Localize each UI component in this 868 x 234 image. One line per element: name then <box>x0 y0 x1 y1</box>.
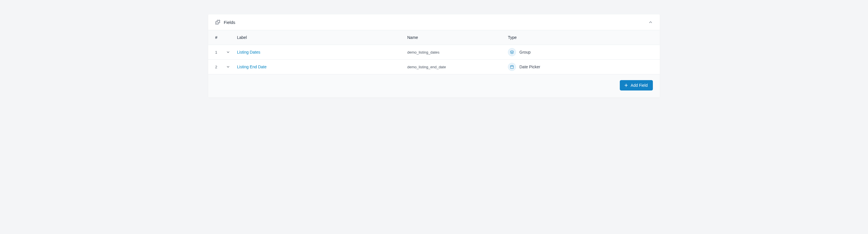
panel-header[interactable]: Fields <box>208 15 660 30</box>
chevron-down-icon[interactable] <box>226 65 237 69</box>
field-name: demo_listing_dates <box>407 50 439 54</box>
field-name: demo_listing_end_date <box>407 65 446 69</box>
table-row[interactable]: 1 Listing Dates demo_listing_dates Group <box>208 45 660 60</box>
field-label-link[interactable]: Listing Dates <box>237 50 260 54</box>
column-header-order: # <box>215 35 237 40</box>
plus-icon <box>624 83 628 87</box>
fields-panel: Fields # Label Name Type 1 Listing Dates… <box>208 15 660 97</box>
column-header-label: Label <box>237 35 407 40</box>
svg-marker-0 <box>510 50 514 52</box>
calendar-icon <box>508 63 516 71</box>
add-field-label: Add Field <box>631 83 648 87</box>
field-type: Group <box>520 50 531 54</box>
column-header-type: Type <box>508 35 653 40</box>
chevron-down-icon[interactable] <box>226 50 237 54</box>
row-order: 1 <box>215 50 226 54</box>
panel-footer: Add Field <box>208 74 660 97</box>
puzzle-icon <box>215 20 220 25</box>
field-label-link[interactable]: Listing End Date <box>237 64 267 69</box>
field-type: Date Picker <box>520 64 540 69</box>
add-field-button[interactable]: Add Field <box>620 80 653 90</box>
chevron-up-icon[interactable] <box>648 20 653 25</box>
column-header-name: Name <box>407 35 508 40</box>
row-order: 2 <box>215 65 226 69</box>
table-row[interactable]: 2 Listing End Date demo_listing_end_date… <box>208 60 660 74</box>
panel-title: Fields <box>224 20 235 25</box>
svg-rect-1 <box>510 66 514 69</box>
table-header-row: # Label Name Type <box>208 30 660 45</box>
layers-icon <box>508 48 516 56</box>
